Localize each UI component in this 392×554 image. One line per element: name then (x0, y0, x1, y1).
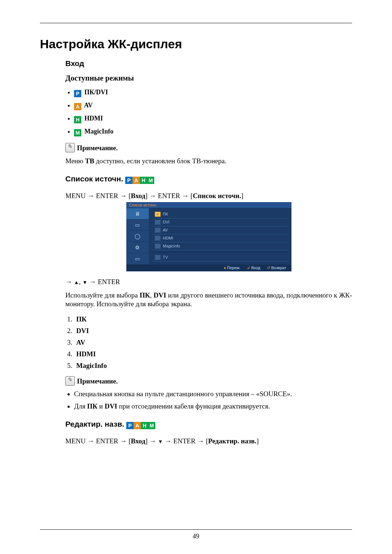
check-icon: ✓ (155, 227, 161, 233)
badge-strip: P A H M (125, 177, 154, 184)
section-edit-name: Редактир. назв. (65, 420, 124, 428)
note-icon (65, 143, 75, 152)
content: Вход Доступные режимы P ПК/DVI A AV H HD… (65, 59, 352, 445)
osd-divider (152, 252, 288, 252)
mode-label: HDMI (85, 115, 103, 122)
badge-p-icon: P (74, 90, 81, 97)
top-rule (40, 23, 352, 23)
osd-item: ✓ПК (152, 210, 288, 218)
subsection-modes: Доступные режимы (65, 74, 352, 83)
note-icon (65, 376, 75, 386)
osd-item: ✓AV (152, 226, 288, 234)
badge-h-icon: H (140, 177, 147, 184)
osd-item: ✓DVI (152, 218, 288, 226)
badge-a-icon: A (74, 103, 81, 110)
check-icon: ✓ (155, 235, 161, 241)
osd-body: 🖥 ▭ ◯ ⚙ ▭ ✓ПК ✓DVI ✓AV ✓HDMI ✓MagicInfo … (126, 208, 291, 264)
badge-p-icon: P (125, 177, 132, 184)
nav-path-edit-name: MENU → ENTER → [Вход] → ▼ → ENTER → [Ред… (65, 437, 352, 445)
note-item: Для ПК и DVI при отсоединении кабеля фун… (74, 402, 352, 410)
osd-item: ✓HDMI (152, 234, 288, 242)
osd-tab: ▭ (126, 253, 149, 264)
list-item: ПК (74, 315, 352, 323)
osd-footer-item: ↺Возврат (267, 266, 286, 270)
osd-tab: ▭ (126, 219, 149, 231)
section-source-list-header: Список источн. P A H M (65, 172, 352, 188)
mode-label: ПК/DVI (85, 89, 108, 96)
down-triangle-icon: ▼ (82, 280, 87, 285)
badge-h-icon: H (141, 422, 148, 429)
mode-item-av: A AV (74, 102, 352, 110)
badge-m-icon: M (148, 422, 155, 429)
section-source-list: Список источн. (65, 175, 123, 183)
osd-title: Список источн. (126, 202, 291, 208)
page-number: 49 (40, 533, 352, 540)
down-triangle-icon: ▼ (158, 439, 163, 444)
check-icon: ✓ (155, 243, 161, 249)
osd-screenshot: Список источн. 🖥 ▭ ◯ ⚙ ▭ ✓ПК ✓DVI ✓AV ✓H… (65, 202, 352, 271)
source-ordered-list: ПК DVI AV HDMI MagicInfo (65, 315, 352, 370)
list-item: AV (74, 338, 352, 346)
mode-label: AV (84, 102, 93, 109)
osd-window: Список источн. 🖥 ▭ ◯ ⚙ ▭ ✓ПК ✓DVI ✓AV ✓H… (126, 202, 291, 271)
note-label: Примечание. (77, 377, 118, 385)
badge-m-icon: M (147, 177, 154, 184)
osd-tab: ⚙ (126, 242, 149, 253)
badge-a-icon: A (134, 422, 141, 429)
modes-list: P ПК/DVI A AV H HDMI M MagicInfo (65, 89, 352, 136)
mode-item-pk-dvi: P ПК/DVI (74, 89, 352, 97)
osd-tab: 🖥 (126, 208, 149, 219)
section-edit-name-header: Редактир. назв. P A H M (65, 418, 352, 434)
osd-footer: ♦Перем. ↲Вход ↺Возврат (126, 264, 291, 271)
badge-a-icon: A (132, 177, 140, 184)
osd-footer-item: ♦Перем. (224, 266, 241, 270)
notes-list: Специальная кнопка на пульте дистанционн… (65, 390, 352, 410)
osd-tab: ◯ (126, 231, 149, 242)
list-item: MagicInfo (74, 362, 352, 370)
osd-tabs: 🖥 ▭ ◯ ⚙ ▭ (126, 208, 149, 264)
badge-m-icon: M (74, 129, 81, 136)
note-text: Меню TB доступно, если установлен блок Т… (65, 157, 352, 166)
mode-item-magicinfo: M MagicInfo (74, 128, 352, 136)
note-row-2: Примечание. (65, 376, 352, 386)
page-title: Настройка ЖК-дисплея (40, 37, 352, 51)
page-footer: 49 (40, 529, 352, 540)
badge-strip: P A H M (126, 422, 155, 429)
list-item: HDMI (74, 350, 352, 358)
check-icon: ✓ (155, 212, 161, 217)
note-item: Специальная кнопка на пульте дистанционн… (74, 390, 352, 398)
mode-item-hdmi: H HDMI (74, 115, 352, 123)
osd-footer-item: ↲Вход (247, 266, 260, 270)
note-row: Примечание. (65, 143, 352, 152)
page: Настройка ЖК-дисплея Вход Доступные режи… (0, 0, 392, 554)
up-triangle-icon: ▲ (74, 280, 79, 285)
bottom-rule (40, 529, 352, 530)
badge-p-icon: P (126, 422, 134, 429)
source-desc: Используйте для выбора ПК, DVI или друго… (65, 291, 352, 309)
check-icon: ✓ (155, 255, 161, 260)
badge-h-icon: H (74, 116, 81, 123)
osd-item: ✓MagicInfo (152, 242, 288, 250)
osd-list: ✓ПК ✓DVI ✓AV ✓HDMI ✓MagicInfo ✓TV (149, 208, 291, 264)
check-icon: ✓ (155, 219, 161, 225)
section-input: Вход (65, 59, 352, 68)
nav-path-source-list: MENU → ENTER → [Вход] → ENTER → [Список … (65, 192, 352, 200)
mode-label: MagicInfo (85, 128, 114, 135)
note-label: Примечание. (77, 144, 118, 152)
list-item: DVI (74, 327, 352, 335)
arrows-row: → ▲, ▼ → ENTER (65, 278, 352, 286)
osd-item: ✓TV (152, 254, 288, 262)
